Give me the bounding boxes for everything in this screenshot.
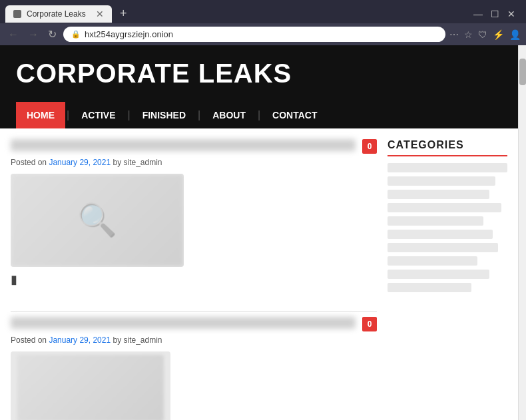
browser-content-wrapper: CORPORATE LEAKS HOME | ACTIVE | FINISHED… bbox=[0, 45, 526, 420]
comment-count-2[interactable]: 0 bbox=[362, 317, 377, 331]
nav-sep-3: | bbox=[196, 109, 202, 121]
close-button[interactable]: ✕ bbox=[507, 9, 515, 19]
site-body: 0 Posted on January 29, 2021 by site_adm… bbox=[0, 128, 518, 420]
refresh-button[interactable]: ↻ bbox=[45, 27, 59, 42]
sidebar-line-1 bbox=[388, 163, 507, 172]
post-title-1 bbox=[11, 139, 356, 151]
sidebar-line-5 bbox=[388, 216, 483, 226]
forward-button[interactable]: → bbox=[25, 27, 41, 42]
nav-home[interactable]: HOME bbox=[16, 102, 65, 128]
post-author-1: site_admin bbox=[124, 158, 162, 167]
toolbar-icons: ⋯ ☆ 🛡 ⚡ 👤 bbox=[449, 29, 521, 40]
post-meta-2: Posted on January 29, 2021 by site_admin bbox=[11, 335, 377, 345]
search-icon-overlay: 🔍 bbox=[77, 202, 117, 239]
tab-favicon bbox=[13, 10, 21, 18]
main-content: 0 Posted on January 29, 2021 by site_adm… bbox=[11, 139, 377, 420]
post-by-1: by bbox=[113, 158, 121, 167]
post-divider bbox=[11, 311, 377, 312]
tab-bar: Corporate Leaks ✕ + — ☐ ✕ bbox=[0, 0, 526, 23]
address-bar[interactable]: 🔒 hxt254aygrsziejn.onion bbox=[63, 27, 445, 42]
sidebar-line-9 bbox=[388, 270, 489, 279]
post-header-1: 0 bbox=[11, 139, 377, 154]
nav-sep-2: | bbox=[127, 109, 132, 121]
nav-active[interactable]: ACTIVE bbox=[71, 102, 126, 128]
post-item-1: 0 Posted on January 29, 2021 by site_adm… bbox=[11, 139, 377, 298]
window-controls: — ☐ ✕ bbox=[473, 9, 521, 19]
url-text: hxt254aygrsziejn.onion bbox=[85, 29, 173, 39]
post-meta-label-1: Posted on bbox=[11, 158, 47, 167]
sidebar-line-7 bbox=[388, 243, 498, 252]
menu-icon[interactable]: ⋯ bbox=[449, 29, 459, 40]
nav-sep-1: | bbox=[65, 109, 71, 121]
address-bar-row: ← → ↻ 🔒 hxt254aygrsziejn.onion ⋯ ☆ 🛡 ⚡ 👤 bbox=[0, 23, 526, 45]
vertical-scrollbar[interactable] bbox=[518, 45, 526, 420]
scrollbar-thumb[interactable] bbox=[519, 59, 526, 85]
bookmark-icon[interactable]: ☆ bbox=[464, 29, 473, 40]
post-item-2: 0 Posted on January 29, 2021 by site_adm… bbox=[11, 317, 377, 420]
post-author-2: site_admin bbox=[124, 335, 162, 345]
post-by-2: by bbox=[113, 335, 123, 345]
shield-icon[interactable]: 🛡 bbox=[478, 29, 487, 40]
sidebar: CATEGORIES bbox=[388, 139, 507, 420]
nav-sep-4: | bbox=[256, 109, 262, 121]
post-meta-1: Posted on January 29, 2021 by site_admin bbox=[11, 158, 377, 167]
tab-title: Corporate Leaks bbox=[27, 9, 86, 19]
browser-content: CORPORATE LEAKS HOME | ACTIVE | FINISHED… bbox=[0, 45, 518, 420]
back-button[interactable]: ← bbox=[5, 27, 21, 42]
sidebar-line-2 bbox=[388, 176, 495, 186]
sidebar-line-3 bbox=[388, 190, 489, 199]
extension-icon[interactable]: ⚡ bbox=[493, 29, 504, 40]
post-footer-icon-1: ▮ bbox=[11, 272, 377, 287]
browser-tab[interactable]: Corporate Leaks ✕ bbox=[5, 5, 112, 23]
new-tab-button[interactable]: + bbox=[115, 4, 132, 23]
nav-finished[interactable]: FINISHED bbox=[132, 102, 196, 128]
nav-contact[interactable]: CONTACT bbox=[262, 102, 328, 128]
maximize-button[interactable]: ☐ bbox=[491, 9, 499, 19]
sidebar-categories-title: CATEGORIES bbox=[388, 139, 507, 156]
post-title-2 bbox=[11, 317, 356, 329]
thumbnail-blur-2 bbox=[17, 355, 164, 420]
comment-count-1[interactable]: 0 bbox=[362, 139, 377, 154]
nav-about[interactable]: ABOUT bbox=[202, 102, 256, 128]
site-title: CORPORATE LEAKS bbox=[16, 59, 502, 89]
sidebar-line-8 bbox=[388, 256, 477, 266]
post-thumbnail-2 bbox=[11, 351, 170, 420]
security-icon: 🔒 bbox=[71, 30, 81, 39]
post-header-2: 0 bbox=[11, 317, 377, 331]
post-meta-label-2: Posted on bbox=[11, 335, 47, 345]
site-nav: HOME | ACTIVE | FINISHED | ABOUT | CONTA… bbox=[0, 102, 518, 128]
sidebar-line-6 bbox=[388, 230, 493, 239]
sidebar-line-10 bbox=[388, 283, 471, 292]
sidebar-line-4 bbox=[388, 203, 501, 212]
browser-chrome: Corporate Leaks ✕ + — ☐ ✕ ← → ↻ 🔒 hxt254… bbox=[0, 0, 526, 45]
minimize-button[interactable]: — bbox=[473, 9, 483, 19]
post-thumbnail-1: 🔍 bbox=[11, 174, 184, 267]
post-date-1[interactable]: January 29, 2021 bbox=[49, 158, 111, 167]
tab-close-button[interactable]: ✕ bbox=[96, 9, 104, 19]
site-header: CORPORATE LEAKS bbox=[0, 45, 518, 102]
post-date-2[interactable]: January 29, 2021 bbox=[49, 335, 111, 345]
profile-icon[interactable]: 👤 bbox=[509, 29, 521, 40]
